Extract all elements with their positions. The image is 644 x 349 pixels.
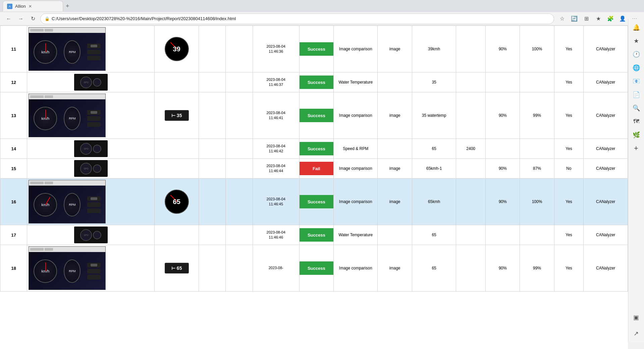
pass-cell: Yes xyxy=(554,26,584,72)
table-row: 17 SPD 2023-08-0411:46:46SuccessWater Te… xyxy=(0,225,628,245)
value-cell: 39kmh xyxy=(412,26,456,72)
table-row: 16 km/h RPM xyxy=(0,179,628,225)
table-row: 11 km/h RPM xyxy=(0,26,628,72)
method-cell: image xyxy=(378,26,412,72)
success-badge: Success xyxy=(300,109,333,122)
favorites-button[interactable]: ★ xyxy=(593,13,604,24)
screenshot-thumbnail: SPD xyxy=(74,74,108,91)
gauge-cell: 39 xyxy=(155,26,199,72)
address-text: C:/Users/user/Desktop/20230728%20-%2016/… xyxy=(52,16,550,21)
sidebar-outlook-icon[interactable]: 📧 xyxy=(630,75,642,87)
threshold-cell: 99% xyxy=(520,92,554,139)
result-cell: Success xyxy=(299,92,333,139)
threshold-cell xyxy=(520,139,554,159)
value-cell: 65 xyxy=(412,225,456,245)
gauge-cell xyxy=(155,139,199,159)
screenshot-main-cell: km/h RPM xyxy=(27,245,155,292)
new-tab-button[interactable]: + xyxy=(63,1,72,11)
sidebar-favorites-icon[interactable]: ★ xyxy=(630,35,642,47)
empty-col xyxy=(199,72,225,92)
method-cell xyxy=(378,225,412,245)
results-table: 11 km/h RPM xyxy=(0,26,628,292)
extensions-button[interactable]: 🧩 xyxy=(605,13,616,24)
table-row: 15 SPD 2023-08-0411:46:44FailImage compa… xyxy=(0,159,628,179)
split-view-button[interactable]: ⊞ xyxy=(581,13,592,24)
test-type-cell: Image comparison xyxy=(333,26,378,72)
main-content: 11 km/h RPM xyxy=(0,26,628,349)
tool-cell: CANalyzer xyxy=(584,72,628,92)
table-row: 18 km/h RPM xyxy=(0,245,628,292)
result-cell: Success xyxy=(299,139,333,159)
gauge-cell xyxy=(155,159,199,179)
similarity-cell: 90% xyxy=(486,159,520,179)
empty-col xyxy=(226,245,253,292)
empty-col xyxy=(199,245,225,292)
screenshot-thumbnail: SPD xyxy=(74,160,108,177)
screenshot-main-cell: SPD xyxy=(27,159,155,179)
refresh-button[interactable]: ↻ xyxy=(28,14,38,23)
sidebar-collapse-icon[interactable]: ▣ xyxy=(630,311,642,323)
rpm-cell xyxy=(456,179,486,225)
empty-col xyxy=(226,159,253,179)
row-number: 15 xyxy=(0,159,27,179)
result-cell: Success xyxy=(299,26,333,72)
sidebar-green-icon[interactable]: 🌿 xyxy=(630,129,642,141)
rpm-cell: 2400 xyxy=(456,139,486,159)
sidebar-browser-icon[interactable]: 🌐 xyxy=(630,62,642,74)
empty-col xyxy=(226,92,253,139)
star-button[interactable]: ☆ xyxy=(557,13,568,24)
result-cell: Success xyxy=(299,179,333,225)
value-cell: 35 watertemp xyxy=(412,92,456,139)
similarity-cell xyxy=(486,225,520,245)
sidebar-maps-icon[interactable]: 🗺 xyxy=(630,115,642,128)
rpm-cell xyxy=(456,92,486,139)
forward-button[interactable]: → xyxy=(16,14,25,23)
browser-tab[interactable]: A Allion ✕ xyxy=(3,1,63,11)
pass-cell: Yes xyxy=(554,245,584,292)
row-number: 14 xyxy=(0,139,27,159)
screenshot-image: km/h RPM xyxy=(29,27,106,71)
screenshot-image: km/h RPM xyxy=(29,180,106,223)
sidebar-history-icon[interactable]: 🕐 xyxy=(630,48,642,60)
pass-cell: Yes xyxy=(554,92,584,139)
threshold-cell: 100% xyxy=(520,26,554,72)
browser-sidebar: 🔔 ★ 🕐 🌐 📧 📄 🔍 🗺 🌿 + ▣ ↗ xyxy=(628,19,644,342)
empty-col xyxy=(226,72,253,92)
sidebar-bing-icon[interactable]: 🔍 xyxy=(630,102,642,114)
pass-cell: Yes xyxy=(554,225,584,245)
success-badge: Success xyxy=(300,195,333,208)
screenshot-main-cell: km/h RPM xyxy=(27,92,155,139)
screenshot-main-cell: SPD xyxy=(27,72,155,92)
screenshot-main-cell: km/h RPM xyxy=(27,26,155,72)
screenshot-main-cell: SPD xyxy=(27,139,155,159)
profile-button[interactable]: 👤 xyxy=(617,13,628,24)
empty-col xyxy=(199,26,225,72)
datetime-cell: 2023-08-0411:46:46 xyxy=(253,225,299,245)
empty-col xyxy=(226,225,253,245)
empty-col xyxy=(199,139,225,159)
sidebar-office-icon[interactable]: 📄 xyxy=(630,89,642,101)
success-badge: Success xyxy=(300,261,333,275)
value-cell: 65 xyxy=(412,245,456,292)
back-button[interactable]: ← xyxy=(4,14,13,23)
sidebar-notifications-icon[interactable]: 🔔 xyxy=(630,21,642,34)
browser-refresh-icon[interactable]: 🔄 xyxy=(569,13,580,24)
address-bar[interactable]: 🔒 C:/Users/user/Desktop/20230728%20-%201… xyxy=(40,13,554,24)
value-cell: 35 xyxy=(412,72,456,92)
result-cell: Success xyxy=(299,72,333,92)
test-type-cell: Water Temperature xyxy=(333,225,378,245)
similarity-cell: 90% xyxy=(486,26,520,72)
method-cell: image xyxy=(378,245,412,292)
datetime-cell: 2023-08-0411:46:45 xyxy=(253,179,299,225)
empty-col xyxy=(226,26,253,72)
tab-close-button[interactable]: ✕ xyxy=(29,4,32,9)
sidebar-settings-icon[interactable]: ↗ xyxy=(630,328,642,340)
threshold-cell xyxy=(520,225,554,245)
circular-gauge: 65 xyxy=(165,190,189,214)
datetime-cell: 2023-08-0411:46:42 xyxy=(253,139,299,159)
value-cell: 65kmh xyxy=(412,179,456,225)
table-scroll-container[interactable]: 11 km/h RPM xyxy=(0,26,628,349)
similarity-cell xyxy=(486,72,520,92)
sidebar-add-icon[interactable]: + xyxy=(630,142,642,154)
screenshot-image: km/h RPM xyxy=(29,246,106,290)
